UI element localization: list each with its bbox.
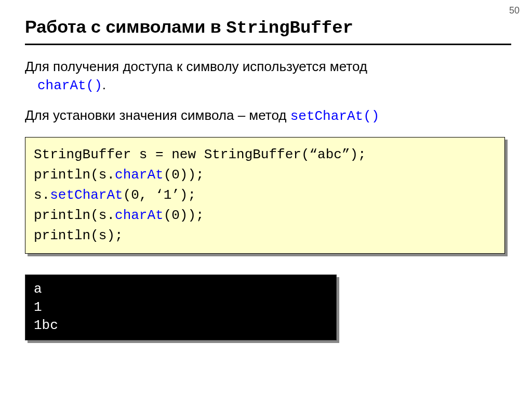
title-prefix: Работа с символами в [25, 17, 226, 36]
code-text: println(s. [34, 167, 115, 183]
code-text: s. [34, 187, 50, 203]
paragraph-setcharat: Для установки значения символа – метод s… [25, 106, 511, 126]
code-text: println(s. [34, 208, 115, 223]
code-line: StringBuffer s = new StringBuffer(“abc”)… [34, 145, 496, 165]
code-line: println(s.charAt(0)); [34, 165, 496, 185]
code-line: println(s.charAt(0)); [34, 205, 496, 226]
code-method: charAt [115, 167, 164, 183]
code-method: setCharAt [50, 187, 123, 203]
output-line: 1bc [34, 317, 328, 335]
code-sample: StringBuffer s = new StringBuffer(“abc”)… [25, 137, 505, 254]
code-method: charAt [115, 208, 164, 223]
code-text: println(s); [34, 228, 123, 243]
output-line: a [34, 280, 328, 298]
code-line: println(s); [34, 226, 496, 246]
page-number: 50 [509, 5, 520, 16]
para1-text: Для получения доступа к символу использу… [25, 59, 367, 74]
code-text: (0)); [164, 167, 204, 183]
para2-text: Для установки значения символа – метод [25, 107, 290, 123]
code-line: s.setCharAt(0, ‘1’); [34, 185, 496, 205]
output-console: a 1 1bc [25, 275, 337, 340]
method-charat: charAt() [37, 78, 102, 93]
code-text: StringBuffer s = new StringBuffer(“abc”)… [34, 147, 366, 162]
method-setcharat: setCharAt() [290, 108, 380, 124]
code-text: (0)); [164, 208, 204, 223]
title-class-name: StringBuffer [226, 18, 353, 38]
slide: 50 Работа с символами в StringBuffer Для… [0, 0, 532, 398]
title-rule [25, 44, 511, 45]
output-line: 1 [34, 298, 328, 317]
code-text: (0, ‘1’); [123, 187, 196, 203]
slide-title: Работа с символами в StringBuffer [25, 16, 511, 39]
para1-tail: . [102, 77, 106, 92]
paragraph-charat: Для получения доступа к символу использу… [25, 58, 511, 95]
